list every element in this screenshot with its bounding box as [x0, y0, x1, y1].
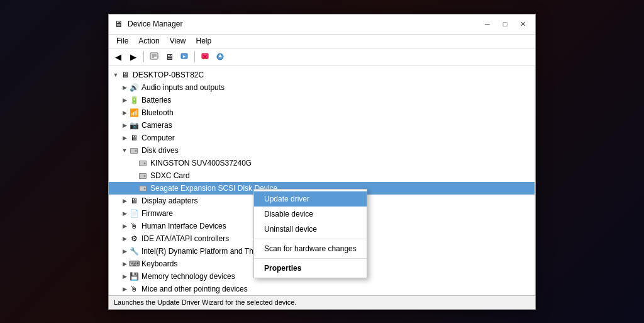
properties-button[interactable] — [147, 50, 161, 64]
expand-display[interactable]: ▶ — [120, 196, 129, 205]
tree-batteries[interactable]: ▶ 🔋 Batteries — [109, 94, 535, 106]
minimize-button[interactable]: ─ — [480, 18, 495, 30]
audio-icon: 🔊 — [129, 82, 139, 93]
uninstall-button[interactable] — [198, 50, 212, 64]
window-title: Device Manager — [128, 20, 480, 28]
expand-audio[interactable]: ▶ — [120, 83, 129, 92]
ctx-uninstall-device[interactable]: Uninstall device — [254, 222, 367, 237]
svg-point-22 — [144, 188, 146, 190]
batteries-icon: 🔋 — [129, 95, 139, 105]
expand-hid[interactable]: ▶ — [120, 222, 129, 230]
tree-mice[interactable]: ▶ 🖱 Mice and other pointing devices — [109, 283, 535, 295]
tree-sdxc[interactable]: ▶ SDXC Card — [109, 169, 535, 182]
expand-batteries[interactable]: ▶ — [120, 96, 129, 105]
svg-point-19 — [144, 175, 146, 177]
memory-icon: 💾 — [129, 271, 139, 281]
menu-view[interactable]: View — [165, 35, 191, 47]
menu-file[interactable]: File — [111, 35, 133, 47]
cameras-label: Cameras — [142, 121, 535, 130]
hid-icon: 🖱 — [129, 221, 139, 231]
expand-ide[interactable]: ▶ — [120, 234, 129, 243]
tree-root[interactable]: ▼ 🖥 DESKTOP-0BST82C — [109, 69, 535, 81]
expand-mice[interactable]: ▶ — [120, 285, 129, 293]
tree-bluetooth[interactable]: ▶ 📶 Bluetooth — [109, 106, 535, 119]
expand-keyboards[interactable]: ▶ — [120, 259, 129, 268]
display-icon: 🖥 — [129, 196, 139, 206]
expand-memory[interactable]: ▶ — [120, 272, 129, 281]
computer-label: Computer — [142, 133, 535, 142]
status-bar: Launches the Update Driver Wizard for th… — [109, 295, 535, 309]
ctx-separator-2 — [254, 258, 367, 259]
kingston-label: KINGSTON SUV400S37240G — [150, 159, 535, 167]
expand-cameras[interactable]: ▶ — [120, 121, 129, 130]
context-menu: Update driver Disable device Uninstall d… — [253, 189, 367, 278]
expand-firmware[interactable]: ▶ — [120, 209, 129, 218]
bluetooth-label: Bluetooth — [142, 108, 535, 117]
status-text: Launches the Update Driver Wizard for th… — [114, 298, 296, 306]
update-driver-button[interactable] — [213, 50, 227, 64]
expand-computer[interactable]: ▶ — [120, 133, 129, 142]
tree-cameras[interactable]: ▶ 📷 Cameras — [109, 119, 535, 132]
window-controls: ─ □ ✕ — [480, 18, 530, 30]
menu-action[interactable]: Action — [133, 35, 164, 47]
window-icon: 🖥 — [114, 19, 124, 29]
ctx-update-driver[interactable]: Update driver — [254, 191, 367, 207]
kingston-icon — [138, 158, 148, 168]
back-button[interactable]: ◀ — [111, 50, 125, 64]
batteries-label: Batteries — [142, 96, 535, 105]
sdxc-icon — [138, 171, 148, 181]
expand-diskdrives[interactable]: ▼ — [120, 146, 129, 155]
device-manager-window: 🖥 Device Manager ─ □ ✕ File Action View … — [108, 14, 536, 310]
computer-icon: 🖥 — [120, 70, 130, 80]
mice-icon: 🖱 — [129, 284, 139, 294]
ide-icon: ⚙ — [129, 234, 139, 244]
tree-view[interactable]: ▼ 🖥 DESKTOP-0BST82C ▶ 🔊 Audio inputs and… — [109, 66, 535, 295]
audio-label: Audio inputs and outputs — [142, 83, 535, 92]
toolbar-separator-1 — [143, 51, 144, 62]
expand-bluetooth[interactable]: ▶ — [120, 108, 129, 117]
seagate-icon — [138, 183, 148, 193]
expand-root[interactable]: ▼ — [111, 71, 120, 79]
bluetooth-icon: 📶 — [129, 108, 139, 118]
keyboards-icon: ⌨ — [129, 259, 139, 269]
computer-button[interactable]: 🖥 — [162, 50, 176, 64]
ctx-scan-hardware[interactable]: Scan for hardware changes — [254, 241, 367, 256]
toolbar-separator-2 — [194, 51, 195, 62]
ctx-disable-device[interactable]: Disable device — [254, 207, 367, 222]
sdxc-label: SDXC Card — [150, 171, 535, 180]
computer-icon2: 🖥 — [129, 133, 139, 143]
firmware-icon: 📄 — [129, 208, 139, 218]
tree-kingston[interactable]: ▶ KINGSTON SUV400S37240G — [109, 157, 535, 169]
forward-button[interactable]: ▶ — [126, 50, 140, 64]
intel-icon: 🔧 — [129, 246, 139, 256]
ctx-properties[interactable]: Properties — [254, 261, 367, 276]
diskdrives-icon — [129, 145, 139, 156]
title-bar: 🖥 Device Manager ─ □ ✕ — [109, 14, 535, 35]
scan-button[interactable] — [177, 50, 191, 64]
mice-label: Mice and other pointing devices — [142, 285, 535, 293]
menu-help[interactable]: Help — [191, 35, 217, 47]
svg-point-16 — [144, 162, 146, 164]
menu-bar: File Action View Help — [109, 35, 535, 48]
diskdrives-label: Disk drives — [142, 146, 535, 155]
cameras-icon: 📷 — [129, 120, 139, 130]
expand-intel[interactable]: ▶ — [120, 247, 129, 256]
ctx-separator-1 — [254, 239, 367, 239]
content-area: ▼ 🖥 DESKTOP-0BST82C ▶ 🔊 Audio inputs and… — [109, 66, 535, 295]
tree-audio[interactable]: ▶ 🔊 Audio inputs and outputs — [109, 81, 535, 94]
close-button[interactable]: ✕ — [515, 18, 530, 30]
tree-computer[interactable]: ▶ 🖥 Computer — [109, 132, 535, 144]
maximize-button[interactable]: □ — [497, 18, 513, 30]
svg-point-13 — [135, 150, 137, 152]
root-label: DESKTOP-0BST82C — [133, 71, 535, 79]
toolbar: ◀ ▶ 🖥 — [109, 48, 535, 66]
tree-diskdrives[interactable]: ▼ Disk drives — [109, 144, 535, 157]
